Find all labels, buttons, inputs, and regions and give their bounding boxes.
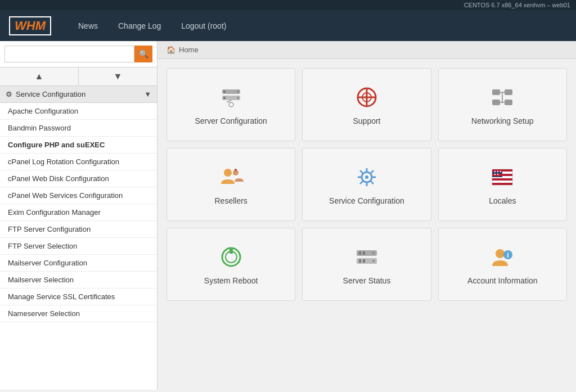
card-locales[interactable]: Locales	[438, 148, 567, 221]
svg-line-28	[360, 170, 363, 173]
sidebar-item-cpanel-web-disk[interactable]: cPanel Web Disk Configuration	[0, 170, 157, 187]
sidebar-item-ftp-server-selection[interactable]: FTP Server Selection	[0, 238, 157, 255]
svg-point-2	[237, 91, 239, 93]
card-account-information-label: Account Information	[467, 276, 538, 285]
reboot-icon	[218, 244, 245, 271]
sidebar-item-configure-php[interactable]: Configure PHP and suEXEC	[0, 137, 157, 154]
card-system-reboot[interactable]: System Reboot	[166, 228, 295, 301]
card-locales-label: Locales	[489, 196, 516, 205]
sidebar-item-mailserver-selection[interactable]: Mailserver Selection	[0, 272, 157, 289]
sidebar-item-nameserver-selection[interactable]: Nameserver Selection	[0, 305, 157, 322]
svg-line-31	[360, 181, 363, 184]
card-networking-setup-label: Networking Setup	[471, 116, 534, 125]
card-support-label: Support	[353, 116, 380, 125]
svg-line-29	[371, 181, 374, 184]
chevron-up-icon: ▲	[35, 71, 44, 82]
nav-news[interactable]: News	[68, 10, 108, 41]
svg-point-21	[235, 169, 237, 171]
breadcrumb-home[interactable]: Home	[179, 46, 199, 54]
support-icon	[353, 84, 380, 111]
section-header[interactable]: ⚙ Service Configuration ▼	[0, 86, 157, 103]
content-wrapper: 🔍 ▲ ▼ ⚙ Service Configuration ▼ Apache C…	[0, 41, 576, 390]
svg-rect-15	[505, 100, 512, 105]
nav-changelog[interactable]: Change Log	[108, 10, 171, 41]
svg-point-39	[497, 171, 498, 172]
svg-rect-51	[359, 251, 361, 255]
account-info-icon: i	[489, 244, 516, 271]
section-label: Service Configuration	[16, 90, 86, 98]
svg-point-49	[372, 252, 375, 254]
sidebar-item-ftp-server-config[interactable]: FTP Server Configuration	[0, 221, 157, 238]
home-icon: 🏠	[166, 46, 176, 54]
search-input[interactable]	[4, 46, 134, 62]
svg-line-30	[371, 170, 374, 173]
svg-point-42	[497, 174, 498, 175]
search-button[interactable]: 🔍	[134, 46, 152, 62]
svg-rect-13	[492, 100, 500, 105]
svg-point-40	[500, 171, 501, 172]
svg-point-41	[494, 174, 496, 175]
nav-logout[interactable]: Logout (root)	[171, 10, 236, 41]
card-server-status[interactable]: Server Status	[302, 228, 431, 301]
svg-point-50	[372, 260, 375, 262]
svg-rect-14	[505, 89, 512, 95]
sidebar-menu: Apache Configuration Bandmin Password Co…	[0, 103, 157, 390]
card-resellers[interactable]: Resellers	[166, 148, 295, 221]
sidebar-item-manage-ssl-certs[interactable]: Manage Service SSL Certificates	[0, 289, 157, 305]
svg-rect-46	[230, 248, 233, 254]
svg-line-6	[227, 100, 231, 102]
svg-point-7	[229, 102, 233, 107]
breadcrumb: 🏠 Home	[158, 41, 576, 59]
svg-rect-54	[363, 259, 365, 263]
card-service-configuration[interactable]: Service Configuration	[302, 148, 431, 221]
grid-area: Server Configuration Support	[158, 59, 576, 310]
card-server-configuration[interactable]: Server Configuration	[166, 68, 295, 141]
service-config-icon	[353, 164, 380, 191]
chevron-down-icon: ▼	[114, 71, 123, 82]
server-config-icon	[218, 84, 245, 111]
svg-rect-52	[359, 259, 361, 263]
nav-arrows: ▲ ▼	[0, 67, 157, 86]
sidebar-item-mailserver-config[interactable]: Mailserver Configuration	[0, 255, 157, 272]
sidebar-item-cpanel-log-rotation[interactable]: cPanel Log Rotation Configuration	[0, 154, 157, 170]
card-server-configuration-label: Server Configuration	[195, 116, 267, 125]
search-bar: 🔍	[0, 41, 157, 67]
logo: WHM	[9, 16, 51, 35]
nav-down-button[interactable]: ▼	[79, 67, 157, 85]
svg-rect-37	[492, 183, 512, 185]
header: WHM News Change Log Logout (root)	[0, 10, 576, 41]
sidebar-item-exim-config[interactable]: Exim Configuration Manager	[0, 204, 157, 221]
networking-icon	[489, 84, 516, 111]
main-nav: News Change Log Logout (root)	[68, 10, 236, 41]
card-support[interactable]: Support	[302, 68, 431, 141]
svg-point-3	[237, 97, 239, 99]
svg-rect-36	[492, 178, 512, 181]
top-bar: CENTOS 6.7 x86_64 xenhvm – web01	[0, 0, 576, 10]
card-resellers-label: Resellers	[214, 196, 247, 205]
svg-point-38	[494, 171, 496, 172]
gear-icon: ⚙	[6, 90, 12, 98]
sidebar-item-apache-config[interactable]: Apache Configuration	[0, 103, 157, 120]
server-status-icon	[353, 244, 380, 271]
search-icon: 🔍	[139, 49, 148, 58]
nav-up-button[interactable]: ▲	[0, 67, 79, 85]
svg-point-55	[496, 249, 505, 258]
sidebar-item-bandmin-password[interactable]: Bandmin Password	[0, 120, 157, 137]
card-service-configuration-label: Service Configuration	[329, 196, 404, 205]
sidebar: 🔍 ▲ ▼ ⚙ Service Configuration ▼ Apache C…	[0, 41, 158, 390]
server-info: CENTOS 6.7 x86_64 xenhvm – web01	[464, 2, 570, 8]
svg-rect-12	[492, 89, 500, 95]
svg-rect-5	[223, 97, 226, 99]
card-networking-setup[interactable]: Networking Setup	[438, 68, 567, 141]
locales-icon	[489, 164, 516, 191]
main-content: 🏠 Home Ser	[158, 41, 576, 390]
svg-point-19	[224, 169, 232, 177]
svg-rect-53	[363, 251, 365, 255]
card-account-information[interactable]: i Account Information	[438, 228, 567, 301]
card-system-reboot-label: System Reboot	[204, 276, 258, 285]
sidebar-item-cpanel-web-services[interactable]: cPanel Web Services Configuration	[0, 187, 157, 204]
svg-point-23	[365, 175, 368, 179]
svg-rect-4	[223, 91, 226, 93]
card-server-status-label: Server Status	[343, 276, 391, 285]
dropdown-arrow-icon: ▼	[144, 90, 151, 98]
